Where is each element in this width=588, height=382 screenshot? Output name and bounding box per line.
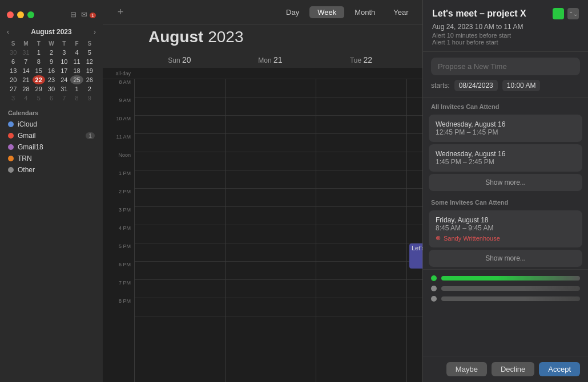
mini-cal-day[interactable]: 9	[45, 57, 58, 66]
mini-cal-day[interactable]: 7	[19, 57, 32, 66]
calendar-dot	[8, 144, 14, 150]
mini-cal-day[interactable]: 2	[45, 48, 58, 57]
mini-cal-day[interactable]: 15	[33, 66, 45, 75]
mini-cal-day[interactable]: 8	[33, 57, 45, 66]
mini-cal-day[interactable]: 6	[45, 94, 58, 103]
mini-cal-day[interactable]: 31	[58, 84, 70, 94]
mini-cal-day[interactable]: 9	[83, 94, 96, 103]
starts-time[interactable]: 10:00 AM	[502, 80, 541, 91]
suggestion-card-all[interactable]: Wednesday, August 16 1:45 PM – 2:45 PM	[429, 144, 582, 172]
sidebar-item-gmail[interactable]: Gmail 1	[0, 130, 103, 141]
mini-cal-day[interactable]: 4	[70, 48, 83, 57]
day-num[interactable]: 21	[273, 55, 283, 64]
mini-cal-day[interactable]: 23	[45, 75, 58, 84]
panel-title: Let's meet – project X	[432, 9, 526, 19]
view-tab-day[interactable]: Day	[278, 6, 307, 18]
mini-cal-day[interactable]: 28	[19, 84, 32, 94]
hour-line	[135, 262, 225, 280]
prev-month-arrow[interactable]: ‹	[7, 28, 9, 36]
mini-cal-day[interactable]: 5	[33, 94, 45, 103]
hour-line	[135, 225, 225, 243]
sidebar-item-trn[interactable]: TRN	[0, 153, 103, 164]
all-invitees-label: All Invitees Can Attend	[423, 97, 588, 112]
event-more-icon[interactable]: ⌃⌄	[567, 8, 579, 19]
hour-line	[225, 79, 316, 97]
day-num[interactable]: 20	[182, 55, 191, 64]
mini-cal-day[interactable]: 29	[33, 84, 45, 94]
sidebar-item-other[interactable]: Other	[0, 164, 103, 176]
suggestion-card-all[interactable]: Wednesday, August 16 12:45 PM – 1:45 PM	[429, 115, 582, 142]
mini-cal-day[interactable]: 17	[58, 66, 70, 75]
view-tab-year[interactable]: Year	[385, 6, 416, 18]
event-status-icon[interactable]	[553, 8, 564, 19]
mini-cal-day[interactable]: 7	[58, 94, 70, 103]
invitee-row	[429, 283, 582, 294]
time-label: 9 AM	[103, 97, 134, 116]
mini-cal-day[interactable]: 1	[70, 84, 83, 94]
mini-cal-day[interactable]: 21	[19, 75, 32, 84]
propose-area: starts: 08/24/2023 10:00 AM	[423, 52, 588, 97]
minimize-icon[interactable]	[17, 11, 24, 18]
mini-cal-day[interactable]: 22	[33, 75, 45, 84]
mini-cal-day[interactable]: 6	[7, 57, 19, 66]
hour-line	[225, 298, 316, 316]
maximize-icon[interactable]	[27, 11, 34, 18]
add-event-button[interactable]: +	[114, 6, 127, 18]
maybe-button[interactable]: Maybe	[446, 362, 487, 376]
next-month-arrow[interactable]: ›	[94, 28, 96, 36]
notification-icon[interactable]: ✉ 1	[81, 10, 96, 19]
mini-cal-day[interactable]: 2	[83, 84, 96, 94]
suggestion-card-some[interactable]: Friday, August 18 8:45 AM – 9:45 AM ⊗ Sa…	[429, 210, 582, 247]
mini-cal-day[interactable]: 3	[58, 48, 70, 57]
decline-button[interactable]: Decline	[492, 362, 534, 376]
mini-cal-day[interactable]: 30	[45, 84, 58, 94]
hour-line	[316, 243, 406, 262]
mini-cal-day[interactable]: 1	[33, 48, 45, 57]
allday-label: all-day	[103, 71, 134, 76]
calendars-section: Calendars	[0, 105, 103, 119]
mini-cal-day[interactable]: 11	[70, 57, 83, 66]
mini-cal-day[interactable]: 26	[83, 75, 96, 84]
mini-cal-day[interactable]: 18	[70, 66, 83, 75]
mini-cal-day[interactable]: 31	[19, 48, 32, 57]
mini-cal-day[interactable]: 13	[7, 66, 19, 75]
invitee-bar	[441, 286, 580, 291]
mini-cal-day[interactable]: 27	[7, 84, 19, 94]
mini-cal-day[interactable]: 25	[70, 75, 83, 84]
mini-cal-day[interactable]: 3	[7, 94, 19, 103]
day-num[interactable]: 22	[364, 55, 373, 64]
hour-line	[316, 79, 406, 97]
panel-title-icons: ⌃⌄	[553, 8, 579, 19]
sidebar-toggle-icon[interactable]: ⊟	[70, 10, 76, 19]
suggestions-list: All Invitees Can Attend Wednesday, Augus…	[423, 97, 588, 356]
close-icon[interactable]	[7, 11, 14, 18]
mini-cal-day[interactable]: 16	[45, 66, 58, 75]
mini-cal-day[interactable]: 12	[83, 57, 96, 66]
sidebar-item-gmail18[interactable]: Gmail18	[0, 141, 103, 153]
mini-cal-day[interactable]: 5	[83, 48, 96, 57]
mini-cal-day[interactable]: 14	[19, 66, 32, 75]
show-more-all-button[interactable]: Show more...	[429, 174, 582, 191]
show-more-some-button[interactable]: Show more...	[429, 250, 582, 267]
propose-input[interactable]	[431, 58, 580, 75]
day-name: Mon	[258, 56, 273, 64]
mini-cal-day[interactable]: 30	[7, 48, 19, 57]
mini-cal-day[interactable]: 10	[58, 57, 70, 66]
mini-cal-day[interactable]: 24	[58, 75, 70, 84]
sidebar-top: ⊟ ✉ 1	[0, 6, 103, 26]
hour-line	[135, 79, 225, 97]
view-tab-week[interactable]: Week	[309, 6, 344, 18]
hour-line	[316, 225, 406, 243]
accept-button[interactable]: Accept	[539, 362, 580, 376]
all-invitees-suggestions: Wednesday, August 16 12:45 PM – 1:45 PMW…	[423, 115, 588, 172]
mini-cal-day[interactable]: 20	[7, 75, 19, 84]
suggestion-conflict: ⊗ Sandy Writtenhouse	[436, 234, 575, 242]
mini-cal-day[interactable]: 4	[19, 94, 32, 103]
mini-cal-day[interactable]: 8	[70, 94, 83, 103]
starts-date[interactable]: 08/24/2023	[454, 80, 498, 91]
panel-alert2: Alert 1 hour before start	[432, 39, 579, 46]
hour-line	[225, 152, 316, 170]
mini-cal-day[interactable]: 19	[83, 66, 96, 75]
view-tab-month[interactable]: Month	[347, 6, 383, 18]
sidebar-item-icloud[interactable]: iCloud	[0, 119, 103, 130]
